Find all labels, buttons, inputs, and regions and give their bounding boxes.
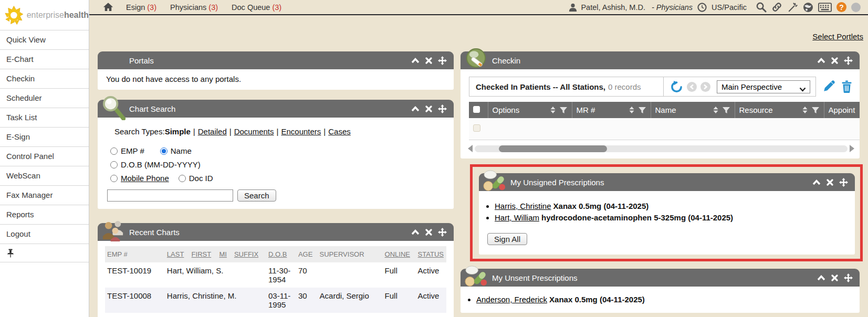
link-icon[interactable]: [771, 2, 782, 13]
topbar-item-physicians[interactable]: Physicians(3): [170, 3, 218, 12]
move-icon[interactable]: [844, 56, 853, 65]
col-dob[interactable]: D.O.B: [266, 246, 296, 262]
radio-emp-label[interactable]: EMP #: [121, 146, 144, 155]
move-icon[interactable]: [839, 178, 848, 187]
radio-mobile-label[interactable]: Mobile Phone: [121, 174, 169, 183]
refresh-icon[interactable]: [670, 80, 683, 93]
col-online[interactable]: ONLINE: [383, 246, 416, 262]
collapse-icon[interactable]: [411, 229, 420, 235]
col-first[interactable]: FIRST: [190, 246, 217, 262]
search-type-detailed[interactable]: Detailed: [198, 127, 227, 136]
radio-name-label[interactable]: Name: [171, 146, 192, 155]
edit-pencil-icon[interactable]: [822, 80, 835, 93]
filter-icon[interactable]: [638, 107, 646, 114]
sidebar-item-task-list[interactable]: Task List: [0, 108, 89, 127]
next-page-icon[interactable]: [700, 82, 710, 92]
sidebar-item-reports[interactable]: Reports: [0, 205, 89, 224]
close-icon[interactable]: [831, 57, 838, 64]
cell-emp[interactable]: TEST-10019: [105, 262, 165, 288]
collapse-icon[interactable]: [817, 275, 825, 281]
sidebar-item-scheduler[interactable]: Scheduler: [0, 88, 89, 108]
cell-emp[interactable]: TEST-10008: [105, 288, 165, 313]
collapse-icon[interactable]: [411, 106, 420, 112]
chart-search-input[interactable]: [107, 189, 233, 202]
collapse-icon[interactable]: [812, 179, 821, 185]
globe-icon[interactable]: [803, 2, 813, 13]
perspective-select[interactable]: Main Perspective: [717, 80, 810, 93]
table-row[interactable]: TEST-10019 Hart, William, S. 11-30-1954 …: [105, 262, 446, 288]
sign-all-button[interactable]: Sign All: [487, 233, 527, 245]
radio-doc-id-label[interactable]: Doc ID: [189, 174, 213, 183]
table-row[interactable]: TEST-10008 Harris, Christine, M. 03-11-1…: [105, 288, 446, 313]
sidebar-item-e-sign[interactable]: E-Sign: [0, 127, 89, 146]
col-status[interactable]: STATUS: [416, 246, 446, 262]
radio-doc-id[interactable]: [179, 175, 186, 182]
sidebar-item-control-panel[interactable]: Control Panel: [0, 146, 89, 166]
search-type-encounters[interactable]: Encounters: [281, 127, 321, 136]
topbar-item-esign[interactable]: Esign(3): [126, 3, 156, 12]
radio-mobile-phone[interactable]: [110, 175, 118, 182]
radio-dob[interactable]: [110, 161, 118, 168]
patient-link[interactable]: Hart, William: [495, 213, 539, 222]
keyboard-icon[interactable]: [818, 3, 832, 12]
wand-icon[interactable]: [787, 2, 798, 13]
scroll-left-arrow[interactable]: [468, 145, 473, 152]
sidebar-item-logout[interactable]: Logout: [0, 224, 89, 244]
filter-icon[interactable]: [559, 107, 568, 114]
cell-name[interactable]: Harris, Christine, M.: [165, 288, 266, 313]
col-name[interactable]: Name: [651, 102, 735, 118]
search-type-simple[interactable]: Simple: [165, 127, 191, 136]
move-icon[interactable]: [438, 104, 447, 113]
sidebar-item-e-chart[interactable]: E-Chart: [0, 49, 89, 69]
collapse-icon[interactable]: [817, 58, 825, 64]
close-icon[interactable]: [425, 57, 432, 64]
home-icon[interactable]: [103, 2, 113, 12]
sort-icon[interactable]: [550, 106, 556, 114]
radio-name[interactable]: [160, 147, 168, 155]
close-icon[interactable]: [425, 229, 432, 236]
scrollbar-thumb[interactable]: [499, 145, 607, 152]
radio-emp-number[interactable]: [110, 147, 118, 155]
sort-icon[interactable]: [802, 106, 808, 114]
filter-icon[interactable]: [811, 107, 820, 114]
cell-name[interactable]: Hart, William, S.: [165, 262, 266, 288]
sidebar-item-webscan[interactable]: WebScan: [0, 166, 89, 185]
sort-icon[interactable]: [629, 106, 635, 114]
search-type-cases[interactable]: Cases: [328, 127, 351, 136]
radio-dob-label[interactable]: D.O.B (MM-DD-YYYY): [121, 160, 201, 169]
close-icon[interactable]: [831, 274, 838, 281]
select-all-checkbox[interactable]: [469, 102, 488, 118]
filter-icon[interactable]: [722, 107, 730, 114]
sidebar-item-quick-view[interactable]: Quick View: [0, 30, 89, 49]
col-appointment[interactable]: Appoint: [824, 102, 860, 118]
close-icon[interactable]: [827, 179, 833, 186]
col-options[interactable]: Options: [488, 102, 572, 118]
move-icon[interactable]: [438, 56, 447, 65]
delete-trash-icon[interactable]: [841, 80, 852, 93]
move-icon[interactable]: [438, 228, 447, 237]
search-button[interactable]: Search: [237, 189, 276, 202]
pin-icon[interactable]: [7, 249, 14, 258]
search-icon[interactable]: [756, 2, 767, 13]
sort-icon[interactable]: [713, 106, 719, 114]
move-icon[interactable]: [844, 273, 853, 282]
collapse-icon[interactable]: [411, 58, 420, 64]
col-resource[interactable]: Resource: [735, 102, 824, 118]
scroll-right-arrow[interactable]: [850, 145, 854, 152]
col-last[interactable]: LAST: [165, 246, 190, 262]
patient-link[interactable]: Anderson, Frederick: [476, 295, 547, 304]
col-suffix[interactable]: SUFFIX: [232, 246, 266, 262]
topbar-item-doc-queue[interactable]: Doc Queue(3): [232, 3, 281, 12]
col-mr-number[interactable]: MR #: [572, 102, 651, 118]
sidebar-item-fax-manager[interactable]: Fax Manager: [0, 185, 89, 205]
close-icon[interactable]: [425, 105, 432, 112]
sidebar-item-checkin[interactable]: Checkin: [0, 69, 89, 88]
prev-page-icon[interactable]: [687, 82, 697, 92]
select-portlets-link[interactable]: Select Portlets: [812, 32, 863, 41]
row-checkbox[interactable]: [469, 118, 488, 140]
help-icon[interactable]: ?: [836, 2, 846, 12]
col-mi[interactable]: MI: [217, 246, 232, 262]
patient-link[interactable]: Harris, Christine: [495, 202, 551, 210]
search-type-documents[interactable]: Documents: [234, 127, 274, 136]
scrollbar-track[interactable]: [475, 145, 848, 152]
